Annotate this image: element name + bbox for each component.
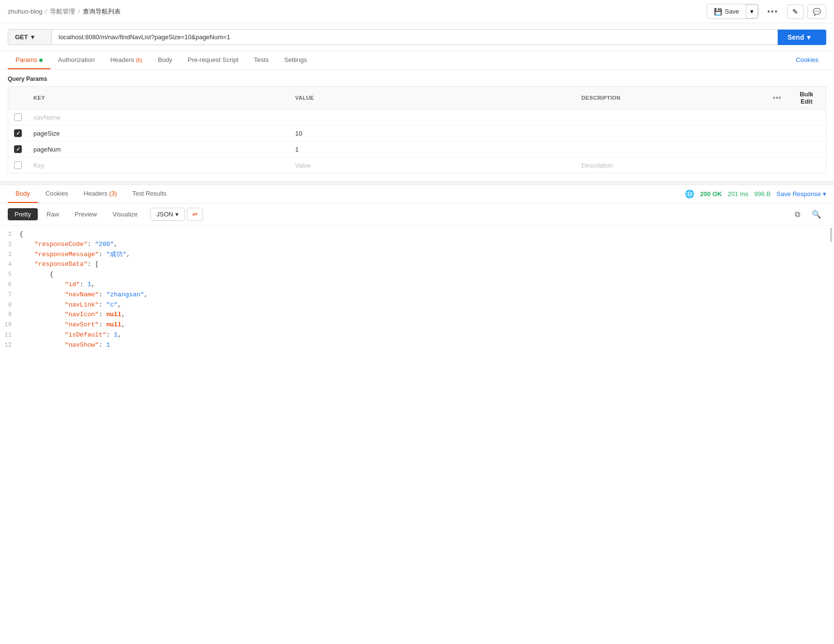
tab-authorization[interactable]: Authorization [50, 51, 103, 69]
table-row: Key Value Description [8, 157, 826, 173]
tab-body[interactable]: Body [150, 51, 180, 69]
format-bar: Pretty Raw Preview Visualize JSON ▾ ⇌ ⧉ … [0, 203, 834, 226]
row1-checkbox[interactable] [14, 113, 22, 121]
breadcrumb-part1[interactable]: zhuhuo-blog [8, 8, 43, 15]
row3-key-cell[interactable]: pageNum [28, 141, 289, 157]
row1-desc-cell[interactable] [576, 109, 767, 125]
row3-check-cell [8, 141, 28, 157]
row2-bulk-cell [788, 125, 826, 141]
tab-tests[interactable]: Tests [246, 51, 276, 69]
save-response-button[interactable]: Save Response ▾ [776, 190, 826, 198]
copy-button[interactable]: ⧉ [790, 208, 805, 221]
row4-value-cell[interactable]: Value [289, 157, 575, 173]
col-header-bulk: Bulk Edit [788, 87, 826, 109]
fmt-tab-preview[interactable]: Preview [68, 208, 104, 220]
code-line-2: 2 "responseCode": "200", [0, 240, 834, 250]
scrollbar[interactable] [830, 228, 832, 242]
response-tab-test-results[interactable]: Test Results [124, 185, 174, 203]
row4-checkbox[interactable] [14, 161, 22, 169]
table-row: pageNum 1 [8, 141, 826, 157]
col-header-check [8, 87, 28, 109]
edit-button[interactable]: ✎ [787, 4, 803, 19]
method-label: GET [15, 33, 28, 41]
code-viewer: 1 { 2 "responseCode": "200", 3 "response… [0, 226, 834, 354]
save-button[interactable]: 💾 Save [707, 4, 747, 18]
method-select[interactable]: GET ▾ [8, 29, 51, 45]
response-section: Body Cookies Headers (3) Test Results 🌐 … [0, 185, 834, 354]
more-options-button[interactable]: ••• [762, 4, 783, 19]
tab-settings[interactable]: Settings [277, 51, 315, 69]
code-line-8: 8 "navLink": "c", [0, 300, 834, 310]
row1-value-cell[interactable] [289, 109, 575, 125]
comment-button[interactable]: 💬 [807, 4, 826, 19]
edit-icon: ✎ [792, 8, 798, 15]
row3-actions-cell [767, 141, 788, 157]
fmt-tab-visualize[interactable]: Visualize [106, 208, 144, 220]
tab-prerequest[interactable]: Pre-request Script [180, 51, 247, 69]
send-chevron-icon: ▾ [807, 33, 810, 41]
row3-key-value: pageNum [33, 146, 61, 153]
row2-checkbox[interactable] [14, 129, 22, 137]
bulk-edit-button[interactable]: Bulk Edit [793, 91, 820, 105]
row3-value-cell[interactable]: 1 [289, 141, 575, 157]
breadcrumb-sep2: / [78, 8, 80, 15]
code-line-3: 3 "responseMessage": "成功", [0, 250, 834, 260]
send-button[interactable]: Send ▾ [778, 30, 826, 45]
response-tabs: Body Cookies Headers (3) Test Results 🌐 … [0, 185, 834, 203]
response-tab-headers[interactable]: Headers (3) [76, 185, 125, 203]
row4-desc-placeholder: Description [582, 162, 613, 169]
params-active-dot [39, 59, 43, 62]
save-dropdown-button[interactable]: ▾ [746, 4, 758, 18]
save-label: Save [725, 8, 740, 15]
request-tabs: Params Authorization Headers (6) Body Pr… [0, 51, 834, 70]
fmt-tab-pretty[interactable]: Pretty [8, 208, 38, 220]
send-label: Send [788, 33, 804, 41]
row4-desc-cell[interactable]: Description [576, 157, 767, 173]
wrap-lines-button[interactable]: ⇌ [187, 208, 203, 221]
search-button[interactable]: 🔍 [807, 207, 826, 221]
breadcrumb-current: 查询导航列表 [83, 7, 121, 16]
breadcrumb-part2[interactable]: 导航管理 [50, 7, 75, 16]
row2-desc-cell[interactable] [576, 125, 767, 141]
format-select[interactable]: JSON ▾ [150, 208, 185, 221]
copy-icon: ⧉ [795, 210, 800, 218]
row3-desc-cell[interactable] [576, 141, 767, 157]
response-tab-cookies[interactable]: Cookies [38, 185, 76, 203]
fmt-tab-raw[interactable]: Raw [40, 208, 66, 220]
code-line-11: 11 "isDefault": 1, [0, 330, 834, 340]
response-tab-body[interactable]: Body [8, 185, 38, 203]
tab-params[interactable]: Params [8, 51, 50, 69]
top-actions: 💾 Save ▾ ••• ✎ 💬 [707, 4, 826, 19]
code-line-5: 5 { [0, 270, 834, 280]
more-icon: ••• [767, 7, 778, 15]
row3-checkbox[interactable] [14, 145, 22, 153]
code-line-12: 12 "navShow": 1 [0, 340, 834, 351]
chevron-down-icon: ▾ [750, 8, 754, 15]
col-header-key: KEY [28, 87, 289, 109]
row2-actions-cell [767, 125, 788, 141]
url-bar: GET ▾ Send ▾ [0, 23, 834, 51]
row2-value-cell[interactable]: 10 [289, 125, 575, 141]
col-header-desc: DESCRIPTION [576, 87, 767, 109]
row4-actions-cell [767, 157, 788, 173]
response-size: 996 B [754, 190, 771, 198]
response-meta: 🌐 200 OK 201 ms 996 B Save Response ▾ [685, 189, 826, 199]
row4-value-placeholder: Value [295, 162, 310, 169]
row4-key-cell[interactable]: Key [28, 157, 289, 173]
breadcrumb-sep1: / [46, 8, 47, 15]
search-icon: 🔍 [812, 210, 821, 218]
tab-cookies[interactable]: Cookies [788, 51, 826, 69]
section-divider [0, 181, 834, 185]
code-line-9: 9 "navIcon": null, [0, 310, 834, 320]
params-table: KEY VALUE DESCRIPTION ••• Bulk Edit [8, 86, 826, 173]
col-more-icon: ••• [773, 94, 782, 102]
url-input[interactable] [51, 29, 778, 45]
row1-key-cell[interactable]: navName [28, 109, 289, 125]
tab-headers[interactable]: Headers (6) [103, 51, 150, 69]
query-params-label: Query Params [8, 76, 826, 82]
code-line-4: 4 "responseData": [ [0, 260, 834, 270]
col-header-actions: ••• [767, 87, 788, 109]
row1-actions-cell [767, 109, 788, 125]
row2-key-cell[interactable]: pageSize [28, 125, 289, 141]
row2-check-cell [8, 125, 28, 141]
